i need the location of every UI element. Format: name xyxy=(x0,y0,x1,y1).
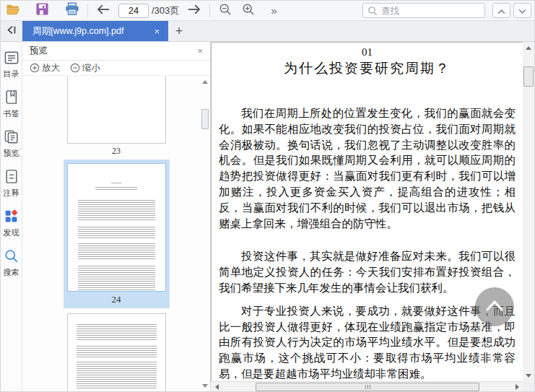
find-input[interactable] xyxy=(381,6,480,16)
search-icon xyxy=(367,6,378,16)
thumbnail-zoom-in-button[interactable]: 放大 xyxy=(30,62,60,74)
magnifier-minus-icon xyxy=(219,3,232,19)
preview-pages-icon xyxy=(4,129,19,147)
tab-document[interactable]: 周期[www.j9p.com].pdf × xyxy=(22,21,168,41)
paragraph: 投资这件事，其实就是做好准备应对未来。我们可以很简单地定义投资人的任务：今天我们… xyxy=(219,248,516,295)
scroll-down-arrow[interactable] xyxy=(201,381,209,390)
arrow-left-icon xyxy=(96,4,110,18)
thumbnail-image xyxy=(67,163,166,292)
find-previous-button[interactable] xyxy=(492,3,510,18)
scroll-left-arrow[interactable] xyxy=(211,382,222,392)
thumbnail-image xyxy=(67,76,166,144)
scroll-up-arrow[interactable] xyxy=(523,42,534,53)
thumbnail-page-number: 24 xyxy=(112,292,121,308)
left-sidebar: 目录 书签 预览 注释 xyxy=(1,42,22,391)
search-icon xyxy=(4,248,19,266)
thumbnail-page-23[interactable]: 23 xyxy=(67,76,166,160)
horizontal-scrollbar[interactable] xyxy=(211,381,523,391)
preview-panel: 预览 × 放大 缩小 23 xyxy=(22,42,211,391)
preview-scrollbar[interactable] xyxy=(201,77,209,390)
open-file-button[interactable] xyxy=(4,2,22,19)
chevron-left-bar-icon xyxy=(6,25,17,38)
save-button[interactable] xyxy=(32,2,51,19)
scroll-right-arrow[interactable] xyxy=(511,382,523,392)
sidebar-item-label: 发现 xyxy=(4,228,19,237)
circle-plus-icon xyxy=(30,63,40,73)
sidebar-item-label: 注释 xyxy=(4,188,19,197)
back-to-top-button[interactable] xyxy=(475,287,514,326)
scroll-up-arrow[interactable] xyxy=(201,77,209,86)
chapter-title: 为什么投资要研究周期？ xyxy=(219,59,516,78)
collapse-tabs-button[interactable] xyxy=(1,21,22,41)
tab-label: 周期[www.j9p.com].pdf xyxy=(32,25,151,38)
chevron-up-icon xyxy=(497,4,505,17)
chevron-double-right-icon: » xyxy=(271,4,275,17)
toc-icon xyxy=(4,51,19,68)
chevron-down-icon xyxy=(518,4,526,17)
toolbar-separator xyxy=(87,4,88,17)
tab-bar: 周期[www.j9p.com].pdf × + xyxy=(1,21,534,42)
vertical-scrollbar[interactable] xyxy=(523,42,534,381)
discover-grid-icon xyxy=(4,209,19,227)
page-total-label: /303页 xyxy=(152,4,179,17)
page-number-input[interactable] xyxy=(118,4,149,18)
thumbnail-page-24[interactable]: 24 xyxy=(64,160,170,308)
thumbnail-zoom-out-button[interactable]: 缩小 xyxy=(70,62,100,74)
prev-page-button[interactable] xyxy=(94,2,113,19)
sidebar-item-bookmarks[interactable]: 书签 xyxy=(1,90,22,118)
zoom-in-button[interactable] xyxy=(239,2,258,19)
pdf-page: 01 为什么投资要研究周期？ 我们在周期上所处的位置发生变化，我们的赢面就会变化… xyxy=(211,42,523,381)
sidebar-item-search[interactable]: 搜索 xyxy=(1,248,22,276)
find-next-button[interactable] xyxy=(513,3,531,18)
zoom-out-button[interactable] xyxy=(216,2,235,19)
paragraph: 对于专业投资人来说，要成功，就要做好这件事，而且比一般投资人做得更好，体现在业绩… xyxy=(219,303,516,381)
print-button[interactable] xyxy=(63,2,82,19)
scroll-down-arrow[interactable] xyxy=(523,370,534,381)
horizontal-scrollbar-thumb[interactable] xyxy=(256,383,479,391)
preview-panel-header: 预览 × xyxy=(22,42,210,61)
sidebar-item-label: 搜索 xyxy=(4,268,19,276)
paragraph: 我们在周期上所处的位置发生变化，我们的赢面就会变化。如果不能相应地改变我们的投资… xyxy=(219,105,516,231)
annotation-page-icon xyxy=(4,169,19,187)
preview-scrollbar-thumb[interactable] xyxy=(201,109,209,129)
magnifier-plus-icon xyxy=(242,3,255,19)
save-floppy-icon xyxy=(35,2,49,19)
zoom-out-label: 缩小 xyxy=(82,62,100,74)
chapter-number: 01 xyxy=(219,45,516,59)
sidebar-item-label: 书签 xyxy=(4,109,19,118)
sidebar-item-label: 目录 xyxy=(4,69,19,78)
thumbnail-list: 23 xyxy=(22,76,210,391)
preview-panel-title: 预览 xyxy=(30,45,197,57)
vertical-scrollbar-thumb[interactable] xyxy=(523,66,534,87)
sidebar-item-annotations[interactable]: 注释 xyxy=(1,169,22,197)
circle-minus-icon xyxy=(70,63,80,73)
sidebar-item-discover[interactable]: 发现 xyxy=(1,209,22,237)
folder-open-icon xyxy=(5,3,21,19)
bookmark-book-icon xyxy=(4,90,19,108)
close-icon[interactable]: × xyxy=(197,45,203,56)
scrollbar-corner xyxy=(523,381,534,391)
sidebar-item-toc[interactable]: 目录 xyxy=(1,51,22,78)
new-tab-button[interactable]: + xyxy=(168,21,190,41)
tab-close-icon[interactable]: × xyxy=(151,26,162,37)
more-tools-button[interactable]: » xyxy=(264,2,282,19)
toolbar-separator xyxy=(209,4,210,17)
thumbnail-page-number: 23 xyxy=(112,144,121,160)
top-toolbar: /303页 » xyxy=(1,1,534,21)
chevron-up-icon xyxy=(484,298,505,315)
thumbnail-image xyxy=(67,313,166,391)
document-view: 01 为什么投资要研究周期？ 我们在周期上所处的位置发生变化，我们的赢面就会变化… xyxy=(211,42,534,391)
main-area: 目录 书签 预览 注释 xyxy=(1,42,534,391)
thumbnail-page-25[interactable]: 25 xyxy=(67,313,166,391)
zoom-in-label: 放大 xyxy=(42,62,60,74)
pdf-reader-window: /303页 » xyxy=(0,0,535,392)
find-box xyxy=(362,3,485,18)
preview-zoom-toolbar: 放大 缩小 xyxy=(22,61,210,76)
next-page-button[interactable] xyxy=(185,2,204,19)
printer-icon xyxy=(65,2,79,19)
arrow-right-icon xyxy=(187,4,201,18)
